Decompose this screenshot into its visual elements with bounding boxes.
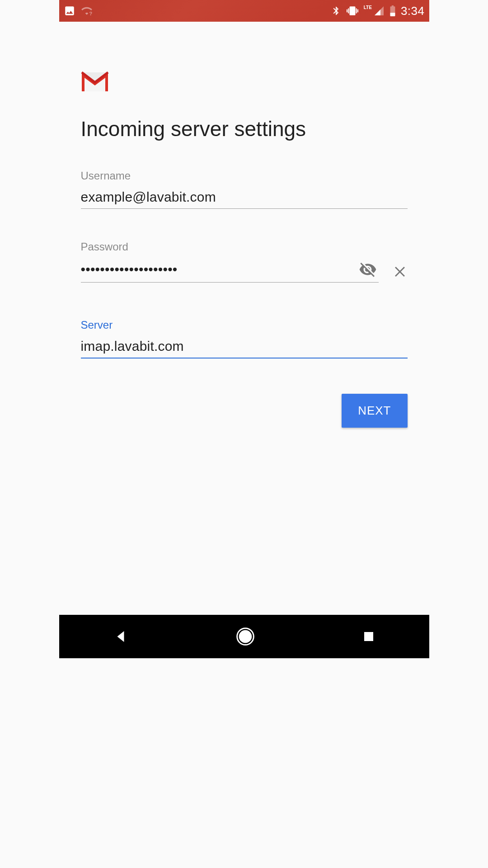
password-field: Password <box>81 241 408 283</box>
toggle-visibility-icon[interactable] <box>357 260 379 278</box>
server-field: Server <box>81 319 408 359</box>
svg-rect-7 <box>364 632 373 641</box>
svg-text:?: ? <box>89 11 92 16</box>
photos-icon <box>64 5 75 17</box>
nav-back-icon[interactable] <box>113 628 129 645</box>
button-row: NEXT <box>81 394 408 428</box>
status-bar: ? LTE 3:34 <box>59 0 429 22</box>
svg-point-6 <box>239 631 251 642</box>
status-bar-right: LTE 3:34 <box>331 4 425 18</box>
status-bar-left: ? <box>64 5 94 17</box>
username-label: Username <box>81 170 408 182</box>
username-field: Username <box>81 170 408 209</box>
page-title: Incoming server settings <box>81 117 408 142</box>
battery-icon <box>389 5 396 17</box>
clear-password-icon[interactable] <box>392 264 408 279</box>
nav-recent-icon[interactable] <box>362 630 375 643</box>
network-type-label: LTE <box>364 5 372 10</box>
wifi-weak-icon: ? <box>80 5 94 17</box>
username-input[interactable] <box>81 189 408 205</box>
gmail-icon <box>81 86 109 94</box>
nav-home-icon[interactable] <box>235 627 255 646</box>
status-bar-clock: 3:34 <box>401 4 425 18</box>
navigation-bar <box>59 615 429 658</box>
content-area: Incoming server settings Username Passwo… <box>59 22 429 615</box>
server-label: Server <box>81 319 408 331</box>
password-input[interactable] <box>81 262 357 277</box>
signal-icon <box>374 5 385 16</box>
bluetooth-icon <box>331 5 341 17</box>
vibrate-icon <box>346 5 359 17</box>
server-input[interactable] <box>81 339 408 354</box>
app-logo-row <box>81 22 408 94</box>
password-label: Password <box>81 241 408 253</box>
next-button[interactable]: NEXT <box>342 394 407 428</box>
